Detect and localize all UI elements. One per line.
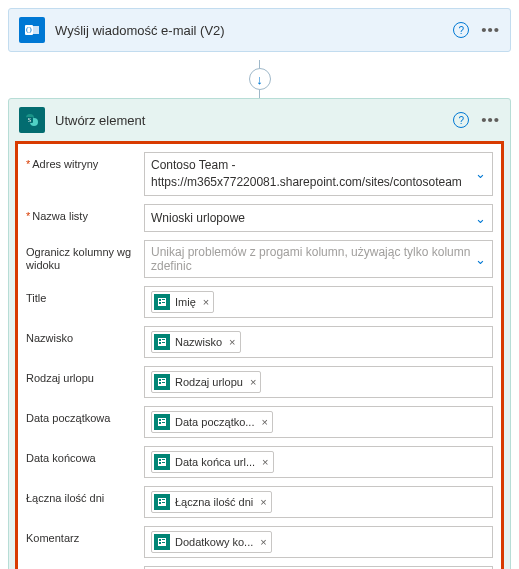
arrow-down-icon: ↓ (256, 73, 263, 86)
remove-token-icon[interactable]: × (260, 456, 268, 468)
step-actions: ? ••• (453, 22, 500, 38)
chevron-down-icon[interactable]: ⌄ (475, 165, 486, 183)
svg-rect-28 (159, 459, 161, 461)
svg-rect-21 (162, 382, 165, 383)
field-input[interactable]: Imię× (144, 286, 493, 318)
field-label: Łączna ilość dni (26, 486, 136, 505)
row-field: Rodzaj urlopuRodzaj urlopu× (26, 366, 493, 398)
step-create-item: S Utwórz element ? ••• *Adres witryny Co… (8, 98, 511, 569)
step-header[interactable]: S Utwórz element ? ••• (9, 99, 510, 141)
remove-token-icon[interactable]: × (258, 536, 266, 548)
more-menu-icon[interactable]: ••• (481, 25, 500, 35)
step-title: Utwórz element (55, 113, 443, 128)
row-site-address: *Adres witryny Contoso Team - https://m3… (26, 152, 493, 196)
help-icon[interactable]: ? (453, 22, 469, 38)
list-name-value: Wnioski urlopowe (151, 211, 245, 225)
field-input[interactable]: Dodatkowy ko...× (144, 526, 493, 558)
svg-rect-15 (162, 339, 165, 340)
remove-token-icon[interactable]: × (258, 496, 266, 508)
row-field: Data końcowaData końca url...× (26, 446, 493, 478)
svg-rect-16 (162, 342, 165, 343)
step-header: O Wyślij wiadomość e-mail (V2) ? ••• (9, 9, 510, 51)
help-icon[interactable]: ? (453, 112, 469, 128)
svg-text:O: O (26, 26, 32, 35)
svg-rect-1 (33, 26, 39, 34)
token-label: Data początko... (175, 416, 255, 428)
remove-token-icon[interactable]: × (248, 376, 256, 388)
form-highlight-box: *Adres witryny Contoso Team - https://m3… (15, 141, 504, 569)
svg-rect-8 (159, 299, 161, 301)
step-title: Wyślij wiadomość e-mail (V2) (55, 23, 443, 38)
row-field: NazwiskoNazwisko× (26, 326, 493, 358)
field-site-address[interactable]: Contoso Team - https://m365x77220081.sha… (144, 152, 493, 196)
site-address-value: Contoso Team - https://m365x77220081.sha… (151, 157, 468, 191)
dynamic-token[interactable]: Dodatkowy ko...× (151, 531, 272, 553)
dynamic-token[interactable]: Nazwisko× (151, 331, 241, 353)
label-status: Status (26, 566, 136, 569)
forms-icon (154, 534, 170, 550)
svg-rect-36 (162, 502, 165, 503)
forms-icon (154, 374, 170, 390)
svg-rect-26 (162, 422, 165, 423)
field-limit-columns[interactable]: Unikaj problemów z progami kolumn, używa… (144, 240, 493, 278)
field-label: Data końcowa (26, 446, 136, 465)
field-input[interactable]: Data początko...× (144, 406, 493, 438)
remove-token-icon[interactable]: × (201, 296, 209, 308)
sharepoint-icon: S (19, 107, 45, 133)
svg-rect-38 (159, 539, 161, 541)
token-label: Rodzaj urlopu (175, 376, 243, 388)
label-list-name: *Nazwa listy (26, 204, 136, 223)
svg-rect-23 (159, 419, 161, 421)
add-step-button[interactable]: ↓ (249, 68, 271, 90)
svg-rect-39 (159, 542, 161, 544)
label-site-address: *Adres witryny (26, 152, 136, 171)
svg-rect-13 (159, 339, 161, 341)
dynamic-token[interactable]: Data początko...× (151, 411, 273, 433)
field-input[interactable]: Nazwisko× (144, 326, 493, 358)
svg-rect-9 (159, 302, 161, 304)
svg-rect-20 (162, 379, 165, 380)
forms-icon (154, 334, 170, 350)
remove-token-icon[interactable]: × (260, 416, 268, 428)
svg-rect-31 (162, 462, 165, 463)
field-input[interactable]: Rodzaj urlopu× (144, 366, 493, 398)
token-label: Dodatkowy ko... (175, 536, 253, 548)
field-status[interactable]: Zaakceptowany (144, 566, 493, 569)
field-label: Data początkowa (26, 406, 136, 425)
remove-token-icon[interactable]: × (227, 336, 235, 348)
row-list-name: *Nazwa listy Wnioski urlopowe ⌄ (26, 204, 493, 232)
chevron-down-icon[interactable]: ⌄ (475, 251, 486, 266)
row-field: Data początkowaData początko...× (26, 406, 493, 438)
svg-rect-40 (162, 539, 165, 540)
field-label: Rodzaj urlopu (26, 366, 136, 385)
forms-icon (154, 414, 170, 430)
row-status: Status Zaakceptowany (26, 566, 493, 569)
step-actions: ? ••• (453, 112, 500, 128)
dynamic-token[interactable]: Imię× (151, 291, 214, 313)
svg-rect-29 (159, 462, 161, 464)
forms-icon (154, 494, 170, 510)
field-label: Komentarz (26, 526, 136, 545)
chevron-down-icon[interactable]: ⌄ (475, 210, 486, 225)
dynamic-token[interactable]: Łączna ilość dni× (151, 491, 272, 513)
field-list-name[interactable]: Wnioski urlopowe ⌄ (144, 204, 493, 232)
field-label: Title (26, 286, 136, 305)
field-label: Nazwisko (26, 326, 136, 345)
token-label: Imię (175, 296, 196, 308)
svg-rect-18 (159, 379, 161, 381)
field-input[interactable]: Data końca url...× (144, 446, 493, 478)
token-label: Łączna ilość dni (175, 496, 253, 508)
svg-rect-25 (162, 419, 165, 420)
label-limit-columns: Ogranicz kolumny wg widoku (26, 240, 136, 272)
field-input[interactable]: Łączna ilość dni× (144, 486, 493, 518)
dynamic-token[interactable]: Rodzaj urlopu× (151, 371, 261, 393)
connector-area: ↓ (8, 60, 511, 98)
svg-rect-34 (159, 502, 161, 504)
dynamic-token[interactable]: Data końca url...× (151, 451, 274, 473)
token-label: Data końca url... (175, 456, 255, 468)
svg-rect-24 (159, 422, 161, 424)
svg-rect-10 (162, 299, 165, 300)
more-menu-icon[interactable]: ••• (481, 115, 500, 125)
step-send-email[interactable]: O Wyślij wiadomość e-mail (V2) ? ••• (8, 8, 511, 52)
svg-rect-35 (162, 499, 165, 500)
